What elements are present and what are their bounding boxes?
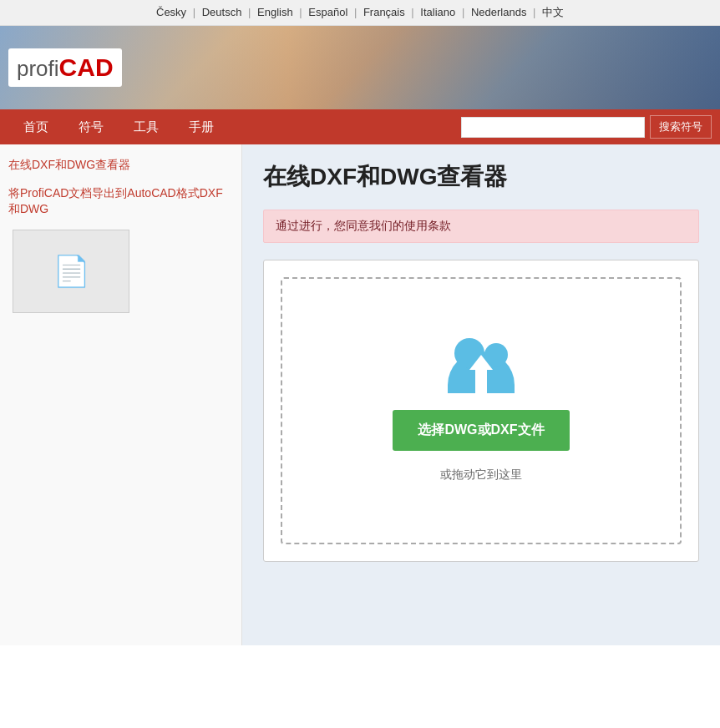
content-area: 在线DXF和DWG查看器 通过进行，您同意我们的使用条款 选择DWG或DXF文件…	[242, 144, 720, 645]
nav-manual[interactable]: 手册	[174, 111, 229, 144]
search-input[interactable]	[461, 117, 645, 138]
select-file-button[interactable]: 选择DWG或DXF文件	[393, 410, 569, 451]
page-title: 在线DXF和DWG查看器	[263, 161, 699, 193]
lang-francais[interactable]: Français	[363, 6, 405, 18]
upload-box: 选择DWG或DXF文件 或拖动它到这里	[263, 260, 699, 562]
language-bar: Česky | Deutsch | English | Español | Fr…	[0, 0, 720, 26]
lang-english[interactable]: English	[257, 6, 293, 18]
nav-tools[interactable]: 工具	[119, 111, 174, 144]
logo[interactable]: profiCAD	[8, 48, 122, 87]
lang-espanol[interactable]: Español	[308, 6, 347, 18]
nav-bar: 首页 符号 工具 手册 搜索符号	[0, 109, 720, 144]
lang-deutsch[interactable]: Deutsch	[202, 6, 242, 18]
terms-notice: 通过进行，您同意我们的使用条款	[263, 210, 699, 243]
search-button[interactable]: 搜索符号	[650, 115, 712, 139]
lang-nederlands[interactable]: Nederlands	[471, 6, 527, 18]
cloud-upload-icon	[448, 339, 515, 393]
nav-search-area: 搜索符号	[461, 115, 712, 139]
nav-home[interactable]: 首页	[8, 111, 63, 144]
nav-links: 首页 符号 工具 手册	[8, 111, 229, 144]
logo-cad: CAD	[59, 53, 114, 81]
lang-cesky[interactable]: Česky	[156, 6, 186, 18]
upload-dropzone[interactable]: 选择DWG或DXF文件 或拖动它到这里	[281, 277, 682, 544]
header-banner: profiCAD	[0, 26, 720, 109]
file-icon: 📄	[53, 254, 90, 289]
nav-symbols[interactable]: 符号	[63, 111, 119, 144]
sidebar: 在线DXF和DWG查看器 将ProfiCAD文档导出到AutoCAD格式DXF和…	[0, 144, 242, 645]
cloud-arrow	[469, 355, 493, 393]
sidebar-item-viewer[interactable]: 在线DXF和DWG查看器	[8, 157, 233, 174]
lang-chinese[interactable]: 中文	[542, 6, 564, 18]
sidebar-item-export[interactable]: 将ProfiCAD文档导出到AutoCAD格式DXF和DWG	[8, 185, 233, 218]
arrow-shaft	[475, 370, 487, 393]
arrow-head	[469, 355, 493, 370]
drag-hint-text: 或拖动它到这里	[440, 468, 522, 483]
main-layout: 在线DXF和DWG查看器 将ProfiCAD文档导出到AutoCAD格式DXF和…	[0, 144, 720, 645]
sidebar-preview-image: 📄	[13, 230, 129, 313]
logo-profi: profi	[17, 56, 59, 81]
lang-italiano[interactable]: Italiano	[420, 6, 455, 18]
